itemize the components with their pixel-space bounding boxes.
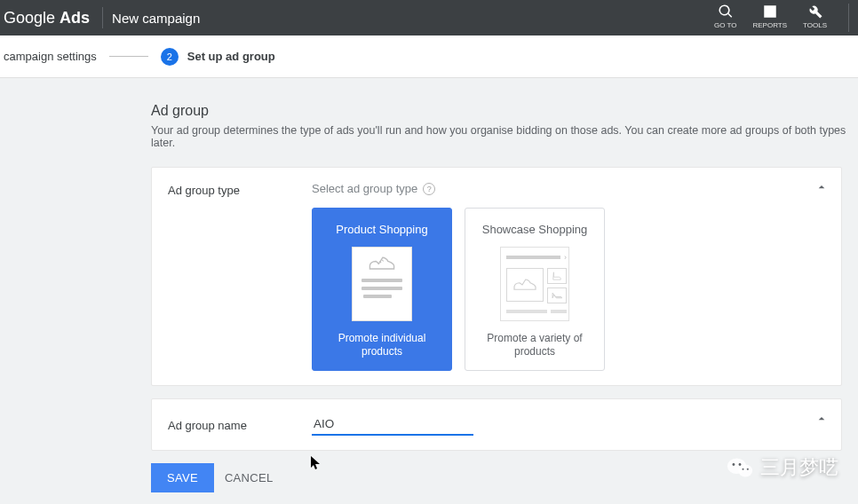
ad-group-name-label: Ad group name [168,417,312,432]
option2-desc: Promote a variety of products [473,332,597,359]
step-connector [109,56,148,57]
chevron-right-icon: › [564,253,567,262]
select-hint-text: Select ad group type [312,182,417,195]
illus-bar [361,279,402,282]
top-header: Google Ads New campaign GO TO REPORTS TO… [0,0,858,35]
collapse-toggle[interactable] [814,412,829,429]
ad-group-name-input[interactable] [312,413,473,436]
option2-title: Showcase Shopping [482,223,588,236]
wechat-icon [727,456,753,479]
header-divider [102,7,103,28]
save-button[interactable]: SAVE [151,463,214,492]
option2-illustration: › [500,247,569,321]
cancel-button[interactable]: CANCEL [225,471,274,484]
svg-point-2 [733,463,735,466]
collapse-toggle[interactable] [814,180,829,198]
wrench-icon [807,4,823,20]
watermark-text: 三月梦呓 [760,454,838,481]
illus-bar [361,287,402,290]
section-subtitle: Your ad group determines the type of ads… [151,124,858,149]
reports-label: REPORTS [752,21,787,29]
chevron-up-icon [814,180,829,194]
search-icon [718,4,734,20]
page-title: New campaign [112,11,200,26]
watermark: 三月梦呓 [727,454,838,481]
logo-text-b: Ads [60,9,90,27]
product-logo: Google Ads [0,9,100,28]
option1-illustration [352,247,412,321]
svg-point-4 [742,469,743,470]
option-product-shopping[interactable]: Product Shopping Promote individual prod… [312,208,452,371]
header-tools: GO TO REPORTS TOOLS [714,4,849,32]
step-prev[interactable]: campaign settings [4,50,97,63]
help-icon[interactable]: ? [423,183,435,195]
tools-tool[interactable]: TOOLS [803,4,827,29]
ad-group-type-label: Ad group type [168,182,312,197]
logo-text-a: Google [4,9,55,27]
ad-group-name-card: Ad group name [151,398,842,451]
goto-tool[interactable]: GO TO [714,4,737,29]
option1-title: Product Shopping [336,223,427,236]
section-heading: Ad group Your ad group determines the ty… [151,78,858,154]
reports-tool[interactable]: REPORTS [752,4,787,29]
shoe-icon [512,275,538,295]
tools-label: TOOLS [803,21,827,29]
option-showcase-shopping[interactable]: Showcase Shopping › [465,208,605,371]
chevron-up-icon [814,412,829,426]
option-grid: Product Shopping Promote individual prod… [312,208,825,371]
heel-icon [551,290,563,301]
step-badge: 2 [161,48,179,66]
svg-point-1 [738,464,752,476]
header-separator [848,4,849,32]
step-bar: campaign settings 2 Set up ad group [0,35,858,78]
ad-group-type-card: Ad group type Select ad group type ? Pro… [151,167,842,386]
goto-label: GO TO [714,21,737,29]
header-left: Google Ads New campaign [0,7,714,28]
svg-point-5 [747,469,749,470]
main-content: Ad group Your ad group determines the ty… [0,78,858,492]
shoe-icon [367,253,397,274]
illus-bar [363,295,392,298]
option1-desc: Promote individual products [320,332,444,359]
svg-point-3 [739,463,742,466]
section-title: Ad group [151,103,858,119]
bar-chart-icon [762,4,778,20]
step-active-label: Set up ad group [187,50,275,63]
select-hint: Select ad group type ? [312,182,825,195]
boot-icon [551,271,563,281]
